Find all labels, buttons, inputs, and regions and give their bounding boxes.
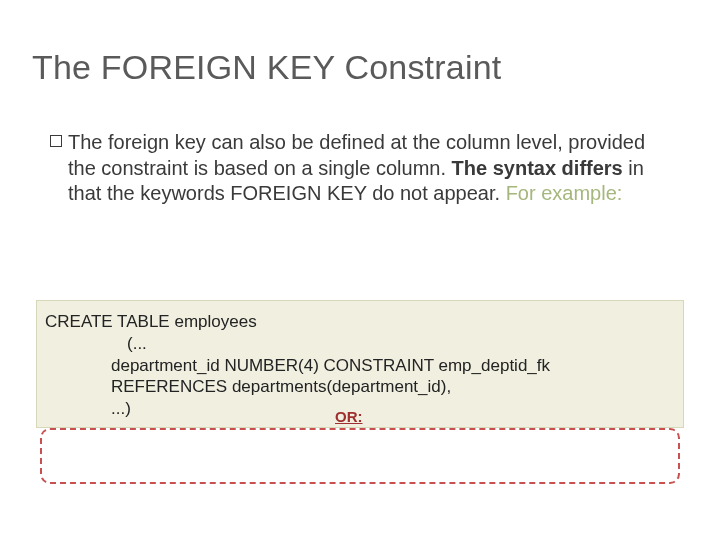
code-line-3: department_id NUMBER(4) CONSTRAINT emp_d…: [45, 355, 675, 377]
slide-title: The FOREIGN KEY Constraint: [32, 48, 501, 87]
code-line-2: (...: [45, 333, 675, 355]
or-label: OR:: [335, 407, 363, 426]
dashed-callout-box: [40, 428, 680, 484]
example-label: For example:: [506, 182, 623, 204]
code-line-1: CREATE TABLE employees: [45, 311, 675, 333]
bullet-square-icon: [50, 135, 62, 147]
code-line-4: REFERENCES departments(department_id),: [45, 376, 675, 398]
code-block: CREATE TABLE employees (... department_i…: [36, 300, 684, 428]
slide: The FOREIGN KEY Constraint The foreign k…: [0, 0, 720, 540]
body-text-bold: The syntax differs: [452, 157, 623, 179]
body-paragraph: The foreign key can also be defined at t…: [68, 130, 658, 207]
